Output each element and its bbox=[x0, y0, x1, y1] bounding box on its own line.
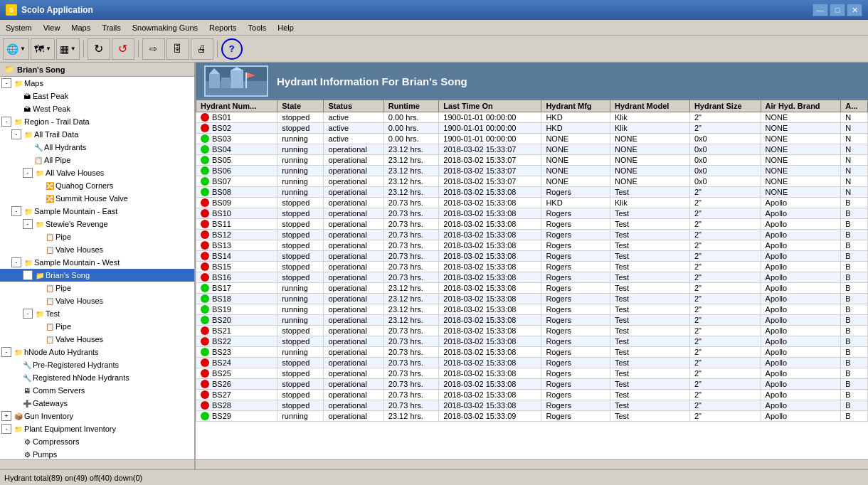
expand-allvalve[interactable]: - bbox=[23, 168, 33, 178]
col-hydrant-num[interactable]: Hydrant Num... bbox=[196, 100, 277, 112]
expand-plant[interactable]: - bbox=[1, 424, 11, 434]
table-row[interactable]: BS22 stopped operational 20.73 hrs. 2018… bbox=[196, 336, 868, 347]
col-status[interactable]: Status bbox=[324, 100, 383, 112]
tree-item-pumps[interactable]: ⚙ Pumps bbox=[0, 448, 194, 459]
expand-test[interactable]: - bbox=[23, 309, 33, 319]
tree-item-gateways[interactable]: ➕ Gateways bbox=[0, 397, 194, 410]
tree-item-comm-servers[interactable]: 🖥 Comm Servers bbox=[0, 384, 194, 397]
tree-item-allvalve[interactable]: - 📁 All Valve Houses bbox=[0, 166, 194, 179]
expand-hnode[interactable]: - bbox=[1, 347, 11, 357]
help-button[interactable]: ? bbox=[221, 38, 243, 60]
col-brand[interactable]: Air Hyd. Brand bbox=[761, 100, 841, 112]
expand-alltrail[interactable]: - bbox=[11, 129, 21, 139]
tree-item-plant-eq[interactable]: - 📁 Plant Equipment Inventory bbox=[0, 422, 194, 435]
tree-item-sample-west[interactable]: - 📁 Sample Mountain - West bbox=[0, 256, 194, 269]
tree-item-pipe-e[interactable]: 📋 Pipe bbox=[0, 230, 194, 243]
col-last-time[interactable]: Last Time On bbox=[439, 100, 541, 112]
cancel-button[interactable]: ↺ bbox=[112, 38, 134, 60]
tree-item-reg-hnode[interactable]: 🔧 Registered hNode Hydrants bbox=[0, 371, 194, 384]
export-button[interactable]: ⇨ bbox=[142, 38, 165, 60]
menu-system[interactable]: System bbox=[0, 22, 38, 33]
expand-gun[interactable]: + bbox=[1, 411, 11, 421]
table-row[interactable]: BS11 stopped operational 20.73 hrs. 2018… bbox=[196, 219, 868, 230]
expand-stewies[interactable]: - bbox=[23, 219, 33, 229]
map-dropdown[interactable]: 🗺 ▼ bbox=[31, 38, 55, 60]
expand-maps[interactable]: - bbox=[1, 78, 11, 88]
tree-item-test[interactable]: - 📁 Test bbox=[0, 307, 194, 320]
menu-snowmaking[interactable]: Snowmaking Guns bbox=[127, 22, 203, 33]
table-row[interactable]: BS29 running operational 23.12 hrs. 2018… bbox=[196, 411, 868, 422]
menu-trails[interactable]: Trails bbox=[96, 22, 126, 33]
col-mfg[interactable]: Hydrant Mfg bbox=[541, 100, 610, 112]
table-row[interactable]: BS09 stopped operational 20.73 hrs. 2018… bbox=[196, 198, 868, 208]
tree-item-pipe-w[interactable]: 📋 Pipe bbox=[0, 282, 194, 294]
tree-item-valve-t[interactable]: 📋 Valve Houses bbox=[0, 333, 194, 346]
tree-item-brians-song[interactable]: - 📁 Brian's Song bbox=[0, 269, 194, 282]
table-row[interactable]: BS07 running operational 23.12 hrs. 2018… bbox=[196, 176, 868, 187]
refresh-button[interactable]: ↻ bbox=[88, 38, 110, 60]
tree-item-pipe-t[interactable]: 📋 Pipe bbox=[0, 320, 194, 333]
table-row[interactable]: BS25 stopped operational 20.73 hrs. 2018… bbox=[196, 368, 868, 379]
tree-item-valve-e[interactable]: 📋 Valve Houses bbox=[0, 243, 194, 256]
expand-sample-west[interactable]: - bbox=[11, 257, 21, 267]
tree-item-maps[interactable]: - 📁 Maps bbox=[0, 77, 194, 90]
menu-reports[interactable]: Reports bbox=[203, 22, 243, 33]
table-row[interactable]: BS24 stopped operational 20.73 hrs. 2018… bbox=[196, 358, 868, 368]
table-row[interactable]: BS02 stopped active 0.00 hrs. 1900-01-01… bbox=[196, 123, 868, 134]
table-row[interactable]: BS20 running operational 23.12 hrs. 2018… bbox=[196, 315, 868, 326]
grid-dropdown[interactable]: ▦ ▼ bbox=[56, 38, 80, 60]
col-extra[interactable]: A... bbox=[841, 100, 868, 112]
tree-item-sample-east[interactable]: - 📁 Sample Mountain - East bbox=[0, 205, 194, 218]
menu-view[interactable]: View bbox=[38, 22, 66, 33]
tree-item-valve-w[interactable]: 📋 Valve Houses bbox=[0, 294, 194, 307]
table-row[interactable]: BS17 running operational 23.12 hrs. 2018… bbox=[196, 283, 868, 294]
tree-item-quahog[interactable]: 🔀 Quahog Corners bbox=[0, 179, 194, 192]
table-row[interactable]: BS14 stopped operational 20.73 hrs. 2018… bbox=[196, 251, 868, 262]
tree-item-allhydrants[interactable]: 🔧 All Hydrants bbox=[0, 141, 194, 154]
print-button[interactable]: 🖨 bbox=[191, 38, 213, 60]
close-button[interactable]: ✕ bbox=[847, 4, 862, 16]
h-scrollbar[interactable] bbox=[0, 459, 194, 469]
tree-item-west-peak[interactable]: 🏔 West Peak bbox=[0, 102, 194, 115]
table-row[interactable]: BS23 running operational 20.73 hrs. 2018… bbox=[196, 347, 868, 358]
table-row[interactable]: BS18 running operational 23.12 hrs. 2018… bbox=[196, 294, 868, 304]
menu-tools[interactable]: Tools bbox=[243, 22, 272, 33]
tree-container[interactable]: - 📁 Maps 🏔 East Peak 🏔 West Peak - 📁 Reg… bbox=[0, 77, 194, 459]
tree-item-region[interactable]: - 📁 Region - Trail Data bbox=[0, 115, 194, 128]
table-row[interactable]: BS12 stopped operational 20.73 hrs. 2018… bbox=[196, 230, 868, 240]
tree-item-allpipe[interactable]: 📋 All Pipe bbox=[0, 154, 194, 166]
db-button[interactable]: 🗄 bbox=[166, 38, 189, 60]
table-row[interactable]: BS21 stopped operational 20.73 hrs. 2018… bbox=[196, 326, 868, 336]
table-row[interactable]: BS10 stopped operational 20.73 hrs. 2018… bbox=[196, 208, 868, 219]
table-container[interactable]: Hydrant Num... State Status Runtime Last… bbox=[196, 100, 868, 459]
table-row[interactable]: BS05 running operational 23.12 hrs. 2018… bbox=[196, 155, 868, 166]
menu-maps[interactable]: Maps bbox=[65, 22, 96, 33]
tree-item-hnode[interactable]: - 📁 hNode Auto Hydrants bbox=[0, 346, 194, 358]
minimize-button[interactable]: — bbox=[813, 4, 828, 16]
tree-item-gun-inventory[interactable]: + 📦 Gun Inventory bbox=[0, 410, 194, 422]
tree-item-east-peak[interactable]: 🏔 East Peak bbox=[0, 90, 194, 102]
table-row[interactable]: BS13 stopped operational 20.73 hrs. 2018… bbox=[196, 240, 868, 251]
table-row[interactable]: BS01 stopped active 0.00 hrs. 1900-01-01… bbox=[196, 112, 868, 123]
expand-brians[interactable]: - bbox=[23, 270, 33, 280]
table-row[interactable]: BS26 stopped operational 20.73 hrs. 2018… bbox=[196, 379, 868, 390]
expand-region[interactable]: - bbox=[1, 117, 11, 127]
col-state[interactable]: State bbox=[277, 100, 324, 112]
tree-item-compressors[interactable]: ⚙ Compressors bbox=[0, 435, 194, 448]
tree-item-pre-reg[interactable]: 🔧 Pre-Registered Hydrants bbox=[0, 358, 194, 371]
table-row[interactable]: BS15 stopped operational 20.73 hrs. 2018… bbox=[196, 262, 868, 272]
table-row[interactable]: BS16 stopped operational 20.73 hrs. 2018… bbox=[196, 272, 868, 283]
tree-item-summit[interactable]: 🔀 Summit House Valve bbox=[0, 192, 194, 205]
col-model[interactable]: Hydrant Model bbox=[610, 100, 690, 112]
tree-item-alltrail[interactable]: - 📁 All Trail Data bbox=[0, 128, 194, 141]
table-row[interactable]: BS28 stopped operational 20.73 hrs. 2018… bbox=[196, 400, 868, 411]
col-runtime[interactable]: Runtime bbox=[383, 100, 438, 112]
menu-help[interactable]: Help bbox=[272, 22, 300, 33]
maximize-button[interactable]: □ bbox=[830, 4, 845, 16]
expand-sample-east[interactable]: - bbox=[11, 206, 21, 216]
globe-dropdown[interactable]: 🌐 ▼ bbox=[3, 38, 29, 60]
tree-item-stewies[interactable]: - 📁 Stewie's Revenge bbox=[0, 218, 194, 230]
table-row[interactable]: BS08 running operational 23.12 hrs. 2018… bbox=[196, 187, 868, 198]
col-size[interactable]: Hydrant Size bbox=[689, 100, 761, 112]
table-h-scrollbar[interactable] bbox=[196, 459, 868, 469]
